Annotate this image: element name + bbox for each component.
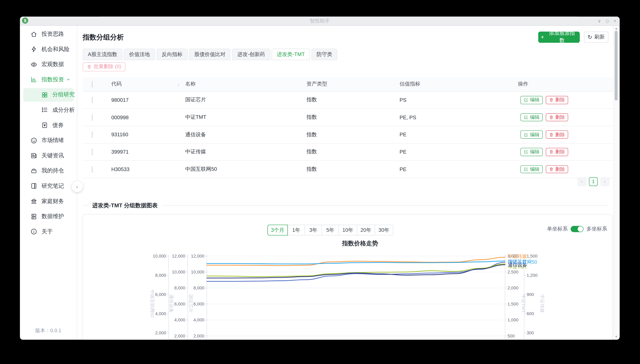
row-checkbox[interactable] <box>92 166 92 173</box>
scrollbar[interactable]: ▲ ▼ <box>614 25 618 340</box>
sidebar-item-1[interactable]: 机会和风险 <box>23 42 73 56</box>
row-checkbox[interactable] <box>92 131 92 138</box>
tick-label: 900 <box>527 292 534 296</box>
tick-label: 8,000 <box>155 272 166 277</box>
time-range-button-6[interactable]: 30年 <box>375 224 393 236</box>
tab-3[interactable]: 股债价值比对 <box>189 48 230 60</box>
tab-6[interactable]: 防守类 <box>312 48 337 60</box>
sort-desc-icon[interactable]: ↓ <box>177 81 180 87</box>
sidebar-item-2[interactable]: 宏观数据 <box>23 58 73 71</box>
row-checkbox[interactable] <box>92 114 92 121</box>
sidebar-subitem-label: 成分分析 <box>52 106 75 114</box>
tick-label: 600 <box>527 311 534 316</box>
delete-button[interactable]: 删除 <box>546 131 568 139</box>
scrollbar-thumb[interactable] <box>615 30 618 100</box>
refresh-button[interactable]: ↻ 刷新 <box>584 32 608 42</box>
sidebar-collapse-button[interactable]: ‹ <box>71 180 83 192</box>
window-title: 智投助手 <box>20 16 620 25</box>
time-range-group: 3个月1年3年5年10年20年30年 <box>267 224 393 236</box>
batch-delete-label: 批量删除 (0) <box>94 63 121 70</box>
select-all-checkbox[interactable] <box>92 81 92 88</box>
sidebar-item-10[interactable]: 关于 <box>23 225 73 238</box>
sidebar-item-label: 研究笔记 <box>42 182 64 190</box>
titlebar: $ 智投助手 ∨ ◇ × <box>20 16 620 26</box>
tick-label: 2,000 <box>194 333 204 338</box>
delete-button[interactable]: 删除 <box>546 113 568 122</box>
sidebar-item-4[interactable]: 市场情绪 <box>23 134 73 147</box>
close-icon[interactable]: × <box>614 18 616 23</box>
single-axis-label: 单坐标系 <box>547 226 568 232</box>
row-checkbox[interactable] <box>92 148 92 155</box>
next-page-button[interactable]: › <box>600 177 609 186</box>
asset-type-cell: 指数 <box>306 96 400 104</box>
asset-type-cell: 指数 <box>306 114 400 121</box>
chevron-up-icon <box>66 77 71 82</box>
tab-5[interactable]: 进攻类-TMT <box>272 48 310 60</box>
tick-label: 10,000 <box>172 270 185 274</box>
edit-button[interactable]: 编辑 <box>520 131 543 139</box>
sidebar-item-9[interactable]: 数据维护 <box>23 210 73 223</box>
prev-page-button[interactable]: ‹ <box>578 177 586 186</box>
sidebar-item-7[interactable]: 研究笔记 <box>23 179 73 193</box>
delete-button[interactable]: 删除 <box>546 148 568 156</box>
scroll-down-icon[interactable]: ▼ <box>614 335 618 338</box>
tick-label: 1,200 <box>527 272 538 277</box>
axis-name-media: 中证传媒 <box>540 294 545 312</box>
trash-icon <box>549 115 554 120</box>
tab-1[interactable]: 价值洼地 <box>124 48 155 60</box>
delete-button[interactable]: 删除 <box>546 96 568 104</box>
time-range-button-5[interactable]: 20年 <box>357 224 375 236</box>
sidebar-subitem-3-2[interactable]: 债券 <box>23 118 73 132</box>
smile-icon <box>30 137 37 144</box>
sidebar-item-6[interactable]: 我的持仓 <box>23 164 73 178</box>
tick-label: 12,000 <box>172 253 185 258</box>
tab-2[interactable]: 反向指标 <box>156 48 188 60</box>
eye-icon <box>30 61 37 68</box>
sidebar-item-label: 机会和风险 <box>42 46 70 53</box>
edit-button[interactable]: 编辑 <box>520 96 543 104</box>
page-title: 指数分组分析 <box>82 32 124 42</box>
tick-label: 8,000 <box>194 285 204 290</box>
maximize-icon[interactable]: ◇ <box>606 18 609 23</box>
toggle-knob-icon <box>578 226 583 232</box>
series-end-label: 中证传媒 <box>508 253 527 259</box>
multi-axis-label: 多坐标系 <box>586 226 607 232</box>
time-range-button-2[interactable]: 3年 <box>304 224 322 236</box>
tick-label: 6,000 <box>155 292 166 296</box>
add-index-button[interactable]: + 添加股票指数 <box>538 32 580 42</box>
edit-button[interactable]: 编辑 <box>520 113 543 122</box>
current-page-button[interactable]: 1 <box>589 177 598 186</box>
sidebar-item-0[interactable]: 投资思路 <box>23 27 73 41</box>
time-range-button-3[interactable]: 5年 <box>322 224 339 236</box>
home-icon <box>30 30 37 38</box>
edit-button[interactable]: 编辑 <box>520 148 543 156</box>
tab-4[interactable]: 进攻-创新药 <box>232 48 270 60</box>
sidebar-item-5[interactable]: 关键资讯 <box>23 149 73 162</box>
table-row: 980017国证芯片指数PS编辑删除 <box>82 92 613 109</box>
name-cell: 国证芯片 <box>185 96 306 104</box>
code-cell: H30533 <box>111 166 185 172</box>
scroll-up-icon[interactable]: ▲ <box>614 27 618 30</box>
delete-button[interactable]: 删除 <box>546 165 568 174</box>
sidebar-item-label: 数据维护 <box>42 213 64 220</box>
tick-label: 4,000 <box>174 317 185 322</box>
bolt-icon <box>30 46 37 53</box>
code-cell: 980017 <box>111 97 185 103</box>
row-checkbox[interactable] <box>92 97 92 104</box>
sidebar-item-3[interactable]: 指数投资 <box>23 73 73 86</box>
sidebar-item-8[interactable]: 家庭财务 <box>23 194 73 208</box>
sidebar-subitem-3-1[interactable]: 成分分析 <box>23 103 73 117</box>
time-range-button-0[interactable]: 3个月 <box>267 224 288 236</box>
batch-delete-button[interactable]: 批量删除 (0) <box>82 62 125 71</box>
minimize-icon[interactable]: ∨ <box>598 18 601 23</box>
sidebar-subitem-3-0[interactable]: 分组研究 <box>23 88 73 102</box>
edit-button[interactable]: 编辑 <box>520 165 543 174</box>
axis-mode-toggle[interactable] <box>571 226 584 232</box>
edit-icon <box>524 115 528 120</box>
tab-0[interactable]: A股主流指数 <box>82 48 122 60</box>
sidebar-item-label: 指数投资 <box>42 76 64 83</box>
trash-icon <box>549 150 554 154</box>
plus-icon: + <box>541 34 544 40</box>
time-range-button-4[interactable]: 10年 <box>339 224 357 236</box>
time-range-button-1[interactable]: 1年 <box>288 224 305 236</box>
